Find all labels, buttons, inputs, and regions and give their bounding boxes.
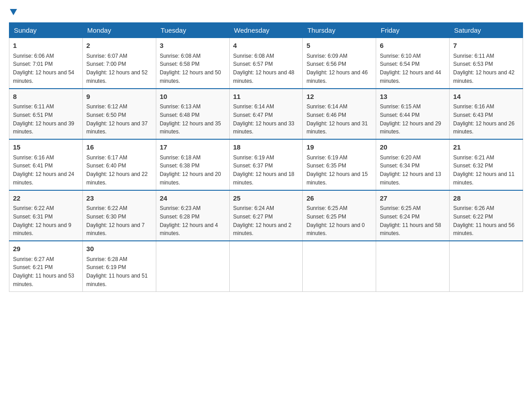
day-number: 18 <box>233 142 299 153</box>
calendar-cell: 7 Sunrise: 6:11 AMSunset: 6:53 PMDayligh… <box>450 38 523 89</box>
day-info: Sunrise: 6:15 AMSunset: 6:44 PMDaylight:… <box>380 103 441 135</box>
calendar-cell: 3 Sunrise: 6:08 AMSunset: 6:58 PMDayligh… <box>156 38 229 89</box>
day-number: 1 <box>13 41 79 51</box>
day-info: Sunrise: 6:14 AMSunset: 6:47 PMDaylight:… <box>233 103 295 135</box>
day-info: Sunrise: 6:09 AMSunset: 6:56 PMDaylight:… <box>306 53 368 84</box>
day-number: 3 <box>160 41 226 51</box>
day-info: Sunrise: 6:10 AMSunset: 6:54 PMDaylight:… <box>380 53 441 84</box>
day-info: Sunrise: 6:19 AMSunset: 6:35 PMDaylight:… <box>306 154 368 186</box>
day-number: 5 <box>306 41 372 51</box>
day-number: 28 <box>453 193 519 204</box>
day-info: Sunrise: 6:26 AMSunset: 6:22 PMDaylight:… <box>453 205 515 236</box>
calendar-cell: 13 Sunrise: 6:15 AMSunset: 6:44 PMDaylig… <box>376 89 450 140</box>
day-info: Sunrise: 6:13 AMSunset: 6:48 PMDaylight:… <box>160 103 221 135</box>
day-number: 20 <box>380 142 446 153</box>
day-info: Sunrise: 6:24 AMSunset: 6:27 PMDaylight:… <box>233 205 292 236</box>
day-info: Sunrise: 6:22 AMSunset: 6:30 PMDaylight:… <box>86 205 145 236</box>
day-number: 4 <box>233 41 299 51</box>
calendar-cell: 19 Sunrise: 6:19 AMSunset: 6:35 PMDaylig… <box>303 139 376 190</box>
day-header-monday: Monday <box>82 23 156 38</box>
calendar-cell: 30 Sunrise: 6:28 AMSunset: 6:19 PMDaylig… <box>82 241 156 291</box>
day-info: Sunrise: 6:22 AMSunset: 6:31 PMDaylight:… <box>13 205 71 236</box>
day-header-wednesday: Wednesday <box>229 23 303 38</box>
day-header-saturday: Saturday <box>450 23 523 38</box>
calendar-cell: 4 Sunrise: 6:08 AMSunset: 6:57 PMDayligh… <box>229 38 303 89</box>
calendar-cell: 15 Sunrise: 6:16 AMSunset: 6:41 PMDaylig… <box>9 139 83 190</box>
day-info: Sunrise: 6:25 AMSunset: 6:24 PMDaylight:… <box>380 205 441 236</box>
day-header-sunday: Sunday <box>9 23 83 38</box>
day-number: 26 <box>306 193 372 204</box>
week-row-2: 8 Sunrise: 6:11 AMSunset: 6:51 PMDayligh… <box>9 89 523 140</box>
calendar-cell: 11 Sunrise: 6:14 AMSunset: 6:47 PMDaylig… <box>229 89 303 140</box>
day-number: 11 <box>233 92 299 102</box>
calendar-cell: 20 Sunrise: 6:20 AMSunset: 6:34 PMDaylig… <box>376 139 450 190</box>
calendar-cell: 14 Sunrise: 6:16 AMSunset: 6:43 PMDaylig… <box>450 89 523 140</box>
calendar-cell <box>303 241 376 291</box>
day-number: 29 <box>13 244 79 254</box>
day-number: 16 <box>86 142 152 153</box>
day-number: 22 <box>13 193 79 204</box>
calendar-table: SundayMondayTuesdayWednesdayThursdayFrid… <box>9 22 523 292</box>
day-number: 21 <box>453 142 519 153</box>
day-number: 14 <box>453 92 519 102</box>
day-number: 17 <box>160 142 226 153</box>
day-number: 10 <box>160 92 226 102</box>
day-info: Sunrise: 6:11 AMSunset: 6:51 PMDaylight:… <box>13 103 74 135</box>
calendar-cell: 8 Sunrise: 6:11 AMSunset: 6:51 PMDayligh… <box>9 89 83 140</box>
day-info: Sunrise: 6:16 AMSunset: 6:43 PMDaylight:… <box>453 103 515 135</box>
day-info: Sunrise: 6:25 AMSunset: 6:25 PMDaylight:… <box>306 205 365 236</box>
calendar-cell: 25 Sunrise: 6:24 AMSunset: 6:27 PMDaylig… <box>229 190 303 241</box>
calendar-cell <box>450 241 523 291</box>
calendar-cell: 18 Sunrise: 6:19 AMSunset: 6:37 PMDaylig… <box>229 139 303 190</box>
calendar-cell: 21 Sunrise: 6:21 AMSunset: 6:32 PMDaylig… <box>450 139 523 190</box>
day-number: 30 <box>86 244 152 254</box>
calendar-cell: 23 Sunrise: 6:22 AMSunset: 6:30 PMDaylig… <box>82 190 156 241</box>
calendar-cell: 22 Sunrise: 6:22 AMSunset: 6:31 PMDaylig… <box>9 190 83 241</box>
calendar-cell: 28 Sunrise: 6:26 AMSunset: 6:22 PMDaylig… <box>450 190 523 241</box>
logo-triangle-icon <box>10 9 17 15</box>
day-info: Sunrise: 6:16 AMSunset: 6:41 PMDaylight:… <box>13 154 74 186</box>
calendar-cell: 17 Sunrise: 6:18 AMSunset: 6:38 PMDaylig… <box>156 139 229 190</box>
page-header <box>9 9 523 15</box>
day-info: Sunrise: 6:17 AMSunset: 6:40 PMDaylight:… <box>86 154 148 186</box>
day-info: Sunrise: 6:28 AMSunset: 6:19 PMDaylight:… <box>86 256 148 287</box>
day-header-thursday: Thursday <box>303 23 376 38</box>
day-info: Sunrise: 6:14 AMSunset: 6:46 PMDaylight:… <box>306 103 368 135</box>
calendar-cell <box>229 241 303 291</box>
day-info: Sunrise: 6:18 AMSunset: 6:38 PMDaylight:… <box>160 154 221 186</box>
day-number: 19 <box>306 142 372 153</box>
day-info: Sunrise: 6:06 AMSunset: 7:01 PMDaylight:… <box>13 53 74 84</box>
day-number: 24 <box>160 193 226 204</box>
calendar-cell: 9 Sunrise: 6:12 AMSunset: 6:50 PMDayligh… <box>82 89 156 140</box>
calendar-cell: 10 Sunrise: 6:13 AMSunset: 6:48 PMDaylig… <box>156 89 229 140</box>
calendar-cell: 24 Sunrise: 6:23 AMSunset: 6:28 PMDaylig… <box>156 190 229 241</box>
day-info: Sunrise: 6:12 AMSunset: 6:50 PMDaylight:… <box>86 103 148 135</box>
calendar-cell: 29 Sunrise: 6:27 AMSunset: 6:21 PMDaylig… <box>9 241 83 291</box>
day-number: 9 <box>86 92 152 102</box>
calendar-cell: 2 Sunrise: 6:07 AMSunset: 7:00 PMDayligh… <box>82 38 156 89</box>
day-header-friday: Friday <box>376 23 450 38</box>
day-info: Sunrise: 6:20 AMSunset: 6:34 PMDaylight:… <box>380 154 441 186</box>
calendar-cell <box>376 241 450 291</box>
day-info: Sunrise: 6:23 AMSunset: 6:28 PMDaylight:… <box>160 205 218 236</box>
day-number: 27 <box>380 193 446 204</box>
calendar-cell: 5 Sunrise: 6:09 AMSunset: 6:56 PMDayligh… <box>303 38 376 89</box>
day-header-tuesday: Tuesday <box>156 23 229 38</box>
day-info: Sunrise: 6:19 AMSunset: 6:37 PMDaylight:… <box>233 154 295 186</box>
week-row-5: 29 Sunrise: 6:27 AMSunset: 6:21 PMDaylig… <box>9 241 523 291</box>
day-number: 7 <box>453 41 519 51</box>
day-number: 8 <box>13 92 79 102</box>
calendar-cell: 12 Sunrise: 6:14 AMSunset: 6:46 PMDaylig… <box>303 89 376 140</box>
logo <box>9 9 17 15</box>
week-row-1: 1 Sunrise: 6:06 AMSunset: 7:01 PMDayligh… <box>9 38 523 89</box>
calendar-cell <box>156 241 229 291</box>
day-info: Sunrise: 6:08 AMSunset: 6:57 PMDaylight:… <box>233 53 295 84</box>
calendar-cell: 6 Sunrise: 6:10 AMSunset: 6:54 PMDayligh… <box>376 38 450 89</box>
calendar-cell: 26 Sunrise: 6:25 AMSunset: 6:25 PMDaylig… <box>303 190 376 241</box>
day-info: Sunrise: 6:08 AMSunset: 6:58 PMDaylight:… <box>160 53 221 84</box>
calendar-cell: 1 Sunrise: 6:06 AMSunset: 7:01 PMDayligh… <box>9 38 83 89</box>
calendar-cell: 16 Sunrise: 6:17 AMSunset: 6:40 PMDaylig… <box>82 139 156 190</box>
calendar-cell: 27 Sunrise: 6:25 AMSunset: 6:24 PMDaylig… <box>376 190 450 241</box>
day-number: 13 <box>380 92 446 102</box>
day-number: 25 <box>233 193 299 204</box>
